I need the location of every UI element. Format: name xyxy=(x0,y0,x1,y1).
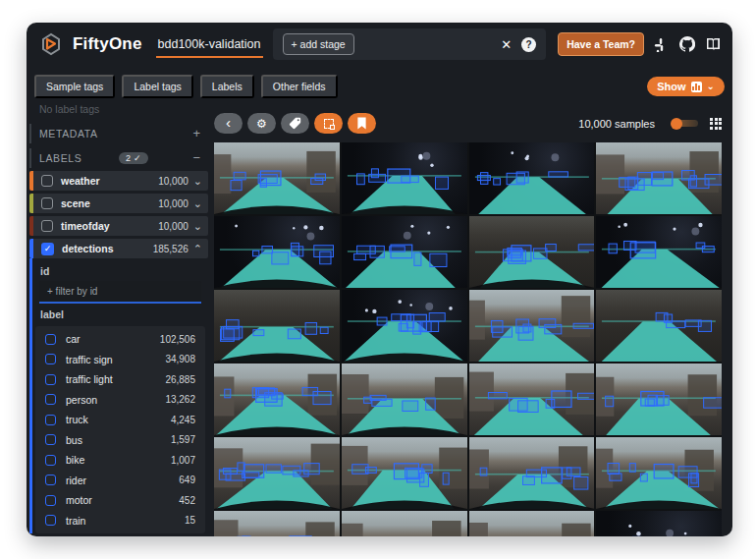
docs-book-icon[interactable] xyxy=(704,36,721,53)
tag-tab-label-tags[interactable]: Label tags xyxy=(122,75,192,98)
sample-tile[interactable] xyxy=(214,363,340,435)
grid-view-icon[interactable] xyxy=(710,118,722,130)
sample-tile[interactable] xyxy=(214,437,340,509)
sample-tile[interactable] xyxy=(214,511,340,536)
slack-icon[interactable] xyxy=(653,36,670,53)
sample-tile[interactable] xyxy=(214,290,340,362)
class-row-traffic-light[interactable]: traffic light26,885 xyxy=(35,369,205,390)
class-row-train[interactable]: train15 xyxy=(35,511,205,531)
class-checkbox[interactable] xyxy=(45,415,56,425)
field-label: detections xyxy=(62,243,114,254)
field-row-weather[interactable]: weather10,000⌄ xyxy=(29,171,208,191)
have-a-team-button[interactable]: Have a Team? xyxy=(558,32,644,56)
field-label: scene xyxy=(61,197,90,209)
field-row-detections[interactable]: ✓detections185,526⌃ xyxy=(29,239,208,258)
add-stage-button[interactable]: + add stage xyxy=(283,33,354,55)
field-row-scene[interactable]: scene10,000⌄ xyxy=(29,194,208,213)
field-checkbox[interactable] xyxy=(41,197,53,209)
sample-tile[interactable] xyxy=(214,216,340,288)
sample-tile[interactable] xyxy=(469,363,595,435)
class-checkbox[interactable] xyxy=(45,475,56,485)
field-checkbox[interactable] xyxy=(41,220,53,232)
patches-button[interactable] xyxy=(314,113,343,134)
class-row-person[interactable]: person13,262 xyxy=(35,390,205,411)
help-icon[interactable]: ? xyxy=(521,37,536,52)
sample-tile[interactable] xyxy=(596,511,722,536)
class-row-traffic-sign[interactable]: traffic sign34,908 xyxy=(35,350,205,370)
chevron-down-icon: ⌄ xyxy=(707,83,715,90)
sample-tile[interactable] xyxy=(342,216,467,288)
class-checkbox[interactable] xyxy=(45,334,56,345)
class-checkbox[interactable] xyxy=(45,394,56,405)
class-checkbox[interactable] xyxy=(45,354,56,364)
field-count: 185,526 xyxy=(153,244,189,254)
sample-tile[interactable] xyxy=(596,363,722,435)
chevron-down-icon[interactable]: ⌄ xyxy=(193,199,202,208)
class-checkbox[interactable] xyxy=(45,495,56,506)
collapse-labels-icon[interactable]: − xyxy=(192,153,200,163)
class-row-rider[interactable]: rider649 xyxy=(35,471,205,491)
class-count: 4,245 xyxy=(171,415,195,425)
field-color-bar xyxy=(29,171,33,191)
sample-tile[interactable] xyxy=(596,437,722,509)
expand-metadata-icon[interactable]: + xyxy=(192,129,200,139)
settings-button[interactable]: ⚙ xyxy=(247,113,276,134)
class-checkbox[interactable] xyxy=(45,374,56,385)
class-checkbox[interactable] xyxy=(45,515,56,526)
tag-tab-labels[interactable]: Labels xyxy=(200,75,254,98)
class-count: 649 xyxy=(179,475,195,485)
sample-tile[interactable] xyxy=(596,142,722,214)
sample-tile[interactable] xyxy=(596,290,722,362)
field-checkbox[interactable] xyxy=(41,175,53,187)
field-color-bar xyxy=(29,194,33,213)
chevron-down-icon[interactable]: ⌄ xyxy=(193,222,202,231)
sample-tile[interactable] xyxy=(469,437,595,509)
sample-tile[interactable] xyxy=(469,290,595,362)
metadata-section-header[interactable]: METADATA + xyxy=(29,124,208,143)
class-checkbox[interactable] xyxy=(45,434,56,445)
chevron-down-icon[interactable]: ⌄ xyxy=(193,177,202,186)
sample-tile[interactable] xyxy=(342,142,467,214)
tag-tab-sample-tags[interactable]: Sample tags xyxy=(34,75,115,98)
class-label: traffic light xyxy=(66,373,113,385)
sample-tile[interactable] xyxy=(342,290,467,362)
field-checkbox[interactable]: ✓ xyxy=(41,243,54,255)
sample-tile[interactable] xyxy=(342,511,467,536)
back-button[interactable]: ‹ xyxy=(214,113,243,134)
clear-view-icon[interactable]: ✕ xyxy=(495,37,517,52)
class-row-car[interactable]: car102,506 xyxy=(35,329,205,350)
field-row-timeofday[interactable]: timeofday10,000⌄ xyxy=(29,216,208,236)
class-row-bike[interactable]: bike1,007 xyxy=(35,450,205,471)
labels-active-badge: 2✓ xyxy=(119,152,148,164)
bookmark-button[interactable] xyxy=(348,113,376,134)
sample-tile[interactable] xyxy=(469,142,595,214)
tag-samples-button[interactable] xyxy=(281,113,309,134)
sample-tile[interactable] xyxy=(469,216,595,288)
zoom-slider[interactable] xyxy=(673,120,698,127)
tag-tab-other-fields[interactable]: Other fields xyxy=(261,75,338,98)
sample-tile[interactable] xyxy=(469,511,595,536)
sample-grid xyxy=(214,142,722,536)
class-row-motor[interactable]: motor452 xyxy=(35,490,205,511)
labels-section-header[interactable]: LABELS 2✓ − xyxy=(29,148,208,168)
sample-tile[interactable] xyxy=(596,216,722,288)
filter-by-id-input[interactable] xyxy=(39,281,201,304)
sample-tile[interactable] xyxy=(214,142,340,214)
class-count: 26,885 xyxy=(165,374,195,385)
dataset-name[interactable]: bdd100k-validation xyxy=(156,31,263,58)
samples-count: 10,000 samples xyxy=(578,118,655,130)
sample-tile[interactable] xyxy=(342,437,467,509)
class-count: 13,262 xyxy=(165,394,195,405)
class-label: person xyxy=(66,394,97,406)
class-count: 452 xyxy=(179,495,195,506)
sample-tile[interactable] xyxy=(342,363,467,435)
class-row-bus[interactable]: bus1,597 xyxy=(35,430,205,451)
class-checkbox[interactable] xyxy=(45,455,56,466)
chevron-up-icon[interactable]: ⌃ xyxy=(193,245,202,253)
chart-icon xyxy=(691,82,702,92)
field-label: timeofday xyxy=(61,220,110,232)
class-row-truck[interactable]: truck4,245 xyxy=(35,410,205,430)
github-icon[interactable] xyxy=(678,36,695,53)
top-bar: FiftyOne bdd100k-validation + add stage … xyxy=(27,23,732,66)
show-stats-button[interactable]: Show ⌄ xyxy=(647,77,725,96)
